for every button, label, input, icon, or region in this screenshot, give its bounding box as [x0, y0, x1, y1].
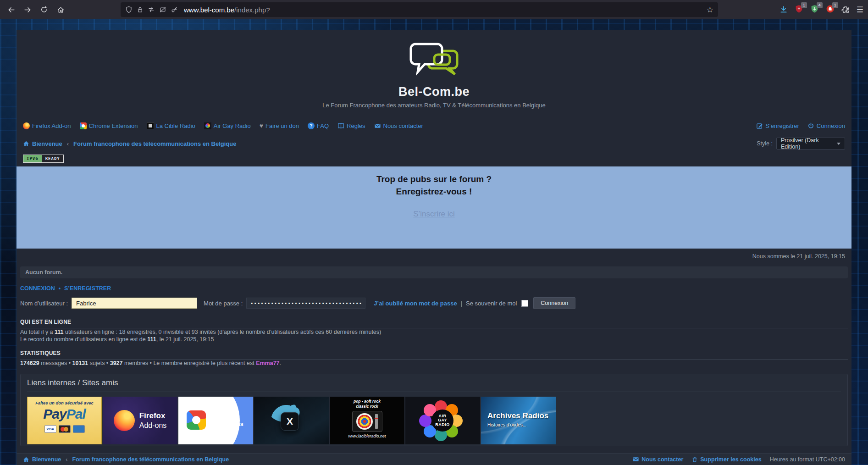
login-link[interactable]: Connexion: [807, 122, 845, 129]
senregistrer-link[interactable]: S’ENREGISTRER: [64, 285, 111, 292]
no-forum-bar: Aucun forum.: [20, 266, 848, 278]
whos-online-title: QUI EST EN LIGNE: [20, 319, 848, 328]
banner-paypal-donation[interactable]: Faites un don sécurisé avec PayPal VISA: [27, 397, 102, 444]
extension-red-circle[interactable]: 1: [826, 5, 835, 15]
trash-icon: [691, 456, 698, 463]
username-input[interactable]: [72, 298, 197, 309]
banner-air-gay-radio[interactable]: AIRGAYRADIO: [405, 397, 480, 444]
recent-member-link[interactable]: Emma77: [256, 360, 279, 366]
nav-faq[interactable]: ?FAQ: [308, 122, 329, 129]
statistics-title: STATISTIQUES: [20, 350, 848, 360]
top-nav: Firefox Add-on Chrome Extension La Cible…: [23, 120, 845, 132]
lacible-url: www.lacibleradio.net: [330, 434, 404, 438]
breadcrumb: Bienvenue ‹ Forum francophone des téléco…: [23, 140, 236, 147]
remember-me-checkbox[interactable]: [521, 300, 528, 307]
username-label: Nom d’utilisateur :: [20, 300, 68, 307]
nav-regles[interactable]: Règles: [337, 122, 365, 129]
envelope-icon: [374, 122, 381, 129]
question-icon: ?: [308, 122, 315, 129]
site-logo[interactable]: [409, 42, 460, 85]
ad-title: Trop de pubs sur le forum ? Enregistrez-…: [17, 166, 851, 198]
paypal-logo: PayPal: [28, 406, 101, 422]
nav-la-cible-radio[interactable]: La Cible Radio: [147, 122, 195, 129]
blocked-content-icon[interactable]: [159, 6, 166, 13]
extensions-puzzle-icon[interactable]: [841, 6, 850, 14]
forward-button[interactable]: [19, 2, 36, 17]
extension-badge: 4: [817, 2, 823, 8]
extension-green-shield[interactable]: 4: [810, 5, 819, 15]
whos-online-line2: Le record du nombre d’utilisateurs en li…: [20, 336, 848, 343]
footer-forum-link[interactable]: Forum francophone des télécommunications…: [72, 456, 229, 463]
book-icon: [337, 122, 344, 129]
lacible-tagline: pop - soft rockclassic rock: [330, 397, 404, 409]
password-label: Mot de passe :: [204, 300, 243, 307]
chevron-down-icon: [837, 143, 840, 145]
firefox-logo: [114, 410, 135, 431]
x-logo: X: [281, 412, 299, 431]
url-host: www.bel-com.be: [184, 6, 234, 14]
home-button[interactable]: [52, 2, 69, 17]
reload-button[interactable]: [36, 2, 52, 17]
style-select[interactable]: Prosilver (Dark Edition): [776, 138, 845, 149]
login-register-bar: CONNEXION • S’ENREGISTRER: [20, 285, 111, 292]
url-text: www.bel-com.be/index.php?: [184, 6, 270, 14]
site-title: Bel-Com.be: [17, 85, 851, 99]
timezone-text: Heures au format UTC+02:00: [770, 456, 845, 463]
permissions-icon[interactable]: [148, 6, 155, 13]
footer-home-link[interactable]: Bienvenue: [32, 456, 61, 463]
partner-links-title: Liens internes / Sites amis: [27, 378, 841, 392]
password-input[interactable]: [246, 298, 365, 309]
banner-firefox-addons[interactable]: FirefoxAdd-ons: [103, 397, 177, 444]
banner-la-cible-radio[interactable]: pop - soft rockclassic rock www.lacibler…: [330, 397, 404, 444]
chrome-webstore-icon: [80, 122, 87, 129]
envelope-icon: [632, 456, 639, 463]
footer-contact-link[interactable]: Nous contacter: [632, 456, 683, 463]
breadcrumb-home[interactable]: Bienvenue: [32, 140, 62, 147]
mastercard-icon: [59, 425, 71, 433]
home-icon: [23, 456, 29, 463]
partner-links-panel: Liens internes / Sites amis Faites un do…: [20, 374, 848, 446]
connexion-link[interactable]: CONNEXION: [20, 285, 55, 292]
footer-delete-cookies-link[interactable]: Supprimer les cookies: [691, 456, 761, 463]
login-submit-button[interactable]: Connexion: [533, 297, 575, 309]
password-key-icon[interactable]: [171, 6, 178, 13]
ipv6-ready-badge[interactable]: IPV6 READY: [23, 155, 64, 163]
downloads-icon[interactable]: [780, 6, 788, 14]
remember-me-label: Se souvenir de moi: [466, 300, 517, 307]
amex-card-icon: [73, 425, 85, 433]
register-here-link[interactable]: S’inscrire ici: [413, 210, 455, 219]
tracking-shield-icon[interactable]: [125, 6, 133, 13]
banner-chrome-extensions[interactable]: ChromeExtensions: [178, 397, 253, 444]
breadcrumb-separator: ‹: [67, 140, 69, 147]
extension-badge: 1: [832, 2, 838, 8]
current-date: Nous sommes le 21 juil. 2025, 19:15: [752, 253, 845, 260]
banner-x-twitter[interactable]: X: [254, 397, 329, 444]
login-form: Nom d’utilisateur : Mot de passe : J’ai …: [20, 297, 848, 310]
lock-icon[interactable]: [137, 6, 144, 13]
chrome-webstore-logo: [187, 410, 206, 430]
nav-faire-un-don[interactable]: ♥Faire un don: [260, 122, 299, 129]
footer-bar: Bienvenue ‹ Forum francophone des téléco…: [17, 453, 851, 465]
footer-breadcrumb: Bienvenue ‹ Forum francophone des téléco…: [23, 456, 229, 463]
ad-banner: Trop de pubs sur le forum ? Enregistrez-…: [17, 166, 851, 249]
firefox-icon: [23, 122, 30, 129]
breadcrumb-row: Bienvenue ‹ Forum francophone des téléco…: [23, 138, 845, 149]
banner-archives-radios[interactable]: Archives Radios Histoires d’ondes...: [481, 397, 556, 444]
visa-card-icon: VISA: [44, 425, 56, 433]
power-icon: [807, 122, 814, 129]
nav-air-gay-radio[interactable]: Air Gay Radio: [204, 122, 251, 129]
heart-icon: ♥: [260, 122, 263, 129]
forgot-password-link[interactable]: J’ai oublié mon mot de passe: [374, 300, 457, 307]
nav-firefox-addon[interactable]: Firefox Add-on: [23, 122, 71, 129]
url-bar[interactable]: www.bel-com.be/index.php? ☆: [121, 2, 718, 17]
back-button[interactable]: [3, 2, 19, 17]
bookmark-star-icon[interactable]: ☆: [707, 5, 713, 15]
register-link[interactable]: S’enregistrer: [756, 122, 799, 129]
nav-nous-contacter[interactable]: Nous contacter: [374, 122, 423, 129]
extension-red-shield[interactable]: 1: [795, 5, 803, 15]
separator: |: [461, 300, 462, 307]
breadcrumb-forum[interactable]: Forum francophone des télécommunications…: [73, 140, 236, 147]
extension-badge: 1: [801, 2, 807, 8]
menu-icon[interactable]: ☰: [857, 5, 863, 15]
nav-chrome-extension[interactable]: Chrome Extension: [80, 122, 138, 129]
